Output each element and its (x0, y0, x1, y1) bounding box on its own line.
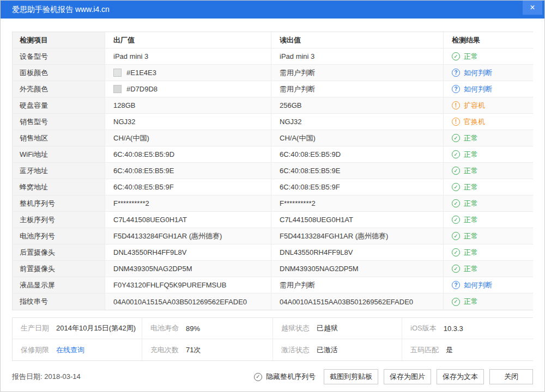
summary-grid: 生产日期 2014年10月15日(第42周) 电池寿命 89% 越狱状态 已越狱… (12, 317, 533, 361)
summary-label: 充电次数 (150, 345, 179, 355)
check-item-label: 液晶显示屏 (13, 277, 105, 293)
check-item-label: 销售型号 (13, 114, 105, 130)
factory-value: F0Y43120FHLFQ5K9PUREFMSUB (105, 277, 271, 293)
summary-label: 保修期限 (21, 345, 49, 355)
question-circle-icon: ? (452, 281, 460, 289)
result-cell: ✓正常 (444, 293, 533, 310)
table-row: 设备型号iPad mini 3iPad mini 3✓正常 (13, 48, 532, 65)
result-label: 正常 (464, 166, 478, 176)
result-cell: ?如何判断 (444, 277, 533, 293)
table-row: 整机序列号F**********2F**********2✓正常 (13, 195, 532, 212)
save-as-image-button[interactable]: 保存为图片 (384, 369, 431, 384)
header-check-item: 检测项目 (13, 32, 105, 48)
result-status: !扩容机 (452, 101, 485, 111)
result-cell: ✓正常 (444, 228, 533, 244)
result-cell: ✓正常 (444, 130, 533, 146)
check-item-label: 主板序列号 (13, 212, 105, 228)
table-row: 销售地区CH/A(中国)CH/A(中国)✓正常 (13, 130, 532, 146)
result-status: ✓正常 (452, 297, 478, 307)
read-value: 04A0010A1515AA03B501269562EFADE0 (271, 293, 444, 310)
header-factory-value: 出厂值 (105, 32, 271, 48)
factory-value: 6C:40:08:E5:B5:9E (105, 163, 271, 179)
read-value: 6C:40:08:E5:B5:9E (271, 163, 444, 179)
header-check-result: 检测结果 (444, 32, 533, 48)
factory-value: 6C:40:08:E5:B5:9D (105, 146, 271, 162)
factory-value: NGJ32 (105, 114, 271, 130)
result-label: 正常 (464, 248, 478, 258)
close-report-button[interactable]: 关闭 (489, 369, 533, 384)
summary-value: 2014年10月15日(第42周) (56, 323, 136, 333)
check-item-label: 硬盘容量 (13, 97, 105, 113)
table-row: 电池序列号F5D44133284FGH1AR (惠州德赛)F5D44133284… (13, 228, 532, 244)
read-value: CH/A(中国) (271, 130, 444, 146)
factory-value: C7L441508UEG0H1AT (105, 212, 271, 228)
read-value: 256GB (271, 97, 444, 113)
summary-label: 激活状态 (281, 345, 310, 355)
online-query-link[interactable]: 在线查询 (56, 345, 84, 355)
check-circle-icon: ✓ (452, 134, 460, 142)
read-value: NGJ32 (271, 114, 444, 130)
how-to-judge-link[interactable]: ?如何判断 (452, 84, 492, 94)
how-to-judge-link[interactable]: ?如何判断 (452, 280, 492, 290)
table-body: 设备型号iPad mini 3iPad mini 3✓正常面板颜色#E1E4E3… (13, 48, 532, 310)
header-read-value: 读出值 (271, 32, 444, 48)
save-as-text-button[interactable]: 保存为文本 (437, 369, 484, 384)
check-item-label: 整机序列号 (13, 195, 105, 211)
summary-ios-version: iOS版本 10.3.3 (402, 318, 534, 339)
factory-value: #D7D9D8 (105, 81, 271, 97)
factory-value: 04A0010A1515AA03B501269562EFADE0 (105, 293, 271, 310)
check-item-label: 面板颜色 (13, 65, 105, 81)
how-to-judge-link[interactable]: ?如何判断 (452, 68, 492, 78)
check-item-label: 外壳颜色 (13, 81, 105, 97)
read-value: iPad mini 3 (271, 48, 444, 64)
read-value: C7L441508UEG0H1AT (271, 212, 444, 228)
result-label: 正常 (464, 297, 478, 307)
check-item-label: 指纹串号 (13, 293, 105, 310)
factory-value: 6C:40:08:E5:B5:9F (105, 179, 271, 195)
window-title: 爱思助手验机报告 www.i4.cn (12, 5, 110, 15)
table-row: 硬盘容量128GB256GB!扩容机 (13, 97, 532, 114)
result-cell: ✓正常 (444, 146, 533, 162)
result-status: ✓正常 (452, 166, 478, 176)
summary-five-code-match: 五码匹配 是 (402, 339, 534, 360)
color-swatch (113, 85, 122, 93)
check-item-label: 前置摄像头 (13, 261, 105, 277)
screenshot-to-clipboard-button[interactable]: 截图到剪贴板 (324, 369, 378, 384)
footer-bar: 报告日期: 2018-03-14 ✓ 隐藏整机序列号 截图到剪贴板 保存为图片 … (12, 369, 533, 384)
read-value: 6C:40:08:E5:B5:9F (271, 179, 444, 195)
warning-circle-icon: ! (452, 118, 460, 126)
result-status: ✓正常 (452, 182, 478, 192)
check-item-label: 后置摄像头 (13, 244, 105, 260)
result-status: ✓正常 (452, 264, 478, 274)
table-row: 指纹串号04A0010A1515AA03B501269562EFADE004A0… (13, 293, 532, 310)
check-item-label: 设备型号 (13, 48, 105, 64)
result-label: 正常 (464, 264, 478, 274)
question-circle-icon: ? (452, 85, 460, 93)
hide-serial-toggle[interactable]: ✓ 隐藏整机序列号 (254, 372, 316, 382)
check-circle-icon: ✓ (452, 298, 460, 306)
result-cell: ?如何判断 (444, 65, 533, 81)
result-cell: ✓正常 (444, 163, 533, 179)
summary-value: 是 (446, 345, 453, 355)
check-circle-icon: ✓ (452, 52, 460, 60)
check-circle-icon: ✓ (452, 216, 460, 224)
result-label: 正常 (464, 231, 478, 241)
summary-value: 10.3.3 (444, 324, 463, 333)
read-value: 需用户判断 (271, 65, 444, 81)
table-row: 后置摄像头DNL43550RH4FF9L8VDNL43550RH4FF9L8V✓… (13, 244, 532, 261)
footer-actions: ✓ 隐藏整机序列号 截图到剪贴板 保存为图片 保存为文本 关闭 (254, 369, 533, 384)
check-item-label: 销售地区 (13, 130, 105, 146)
result-status: ✓正常 (452, 199, 478, 209)
summary-label: 五码匹配 (410, 345, 439, 355)
table-row: 销售型号NGJ32NGJ32!官换机 (13, 114, 532, 130)
table-row: 外壳颜色#D7D9D8需用户判断?如何判断 (13, 81, 532, 97)
check-circle-icon: ✓ (452, 199, 460, 207)
close-icon[interactable]: × (523, 1, 542, 15)
summary-charge-count: 充电次数 71次 (142, 339, 273, 360)
result-cell: ✓正常 (444, 195, 533, 211)
result-label: 正常 (464, 182, 478, 192)
check-item-label: 蜂窝地址 (13, 179, 105, 195)
warning-circle-icon: ! (452, 101, 460, 109)
result-cell: ✓正常 (444, 261, 533, 277)
summary-value: 已越狱 (317, 323, 338, 333)
